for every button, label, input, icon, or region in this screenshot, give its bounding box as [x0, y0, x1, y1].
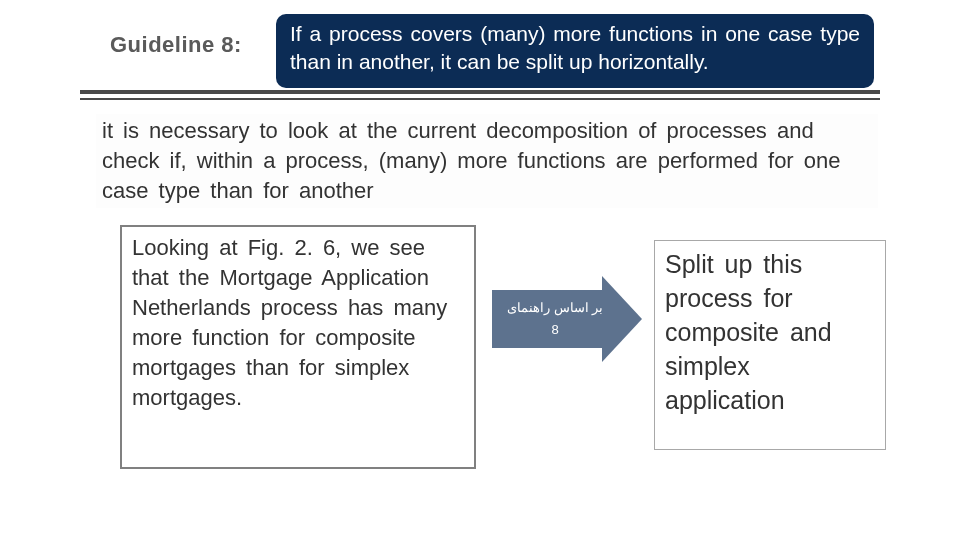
slide: Guideline 8: If a process covers (many) … — [0, 0, 960, 540]
guideline-definition-box: If a process covers (many) more function… — [276, 14, 874, 88]
arrow-text-line: بر اساس راهنمای — [507, 299, 603, 317]
arrow-label: بر اساس راهنمای 8 — [492, 290, 612, 348]
divider — [80, 90, 880, 104]
header-row: Guideline 8: If a process covers (many) … — [80, 18, 880, 88]
divider-thick — [80, 90, 880, 94]
example-box: Looking at Fig. 2. 6, we see that the Mo… — [120, 225, 476, 469]
explanation-paragraph: it is necessary to look at the current d… — [96, 114, 878, 208]
guideline-label: Guideline 8: — [110, 32, 242, 58]
arrow: بر اساس راهنمای 8 — [492, 276, 642, 362]
arrow-text-num: 8 — [551, 321, 558, 339]
result-box: Split up this process for composite and … — [654, 240, 886, 450]
divider-thin — [80, 98, 880, 100]
